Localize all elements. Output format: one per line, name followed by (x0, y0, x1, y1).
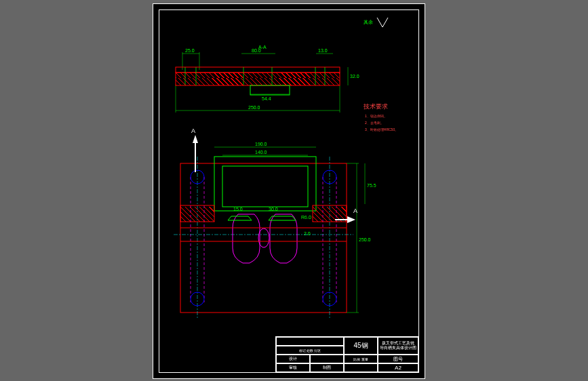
req-line2: 2、去毛刺。 (365, 121, 384, 125)
dim-190: 190.0 (255, 142, 267, 146)
hatch-bot (176, 78, 340, 85)
dim-30: 30.0 (269, 207, 278, 212)
hatch-top (176, 73, 340, 78)
dim-15: 15.0 (233, 207, 243, 212)
dim-25: 25.0 (185, 48, 195, 53)
roughness-symbol-icon (376, 16, 389, 30)
tb-draft: 制图 (310, 363, 344, 372)
cad-viewer: 其余 A-A (0, 0, 588, 381)
drawing-sheet: 其余 A-A (153, 3, 425, 379)
dim-13: 13.0 (318, 48, 328, 53)
dim-32: 32.0 (350, 74, 359, 79)
dim-75-5: 75.5 (367, 183, 376, 188)
section-marker-right-icon (335, 214, 355, 228)
section-marker-a-right: A (353, 207, 357, 214)
tb-scale-labels: 比例 重量 (353, 357, 368, 361)
plan-view: 190.0 140.0 15.0 30.0 R6.0 2.0 250.0 75.… (174, 136, 391, 326)
svg-rect-19 (180, 163, 347, 313)
tb-design: 设计 (276, 355, 310, 363)
section-view: 25.0 80.0 13.0 32.0 54.4 250.0 (170, 48, 387, 123)
hatch-left-block (180, 207, 214, 222)
dim-r6: R6.0 (301, 215, 311, 220)
tb-sheet-size: A2 (378, 363, 418, 372)
dim-54-4: 54.4 (262, 96, 271, 101)
tb-material: 45钢 (344, 337, 378, 355)
dim-140: 140.0 (255, 150, 267, 155)
dim-250-v: 250.0 (359, 237, 371, 242)
svg-marker-46 (347, 216, 355, 223)
svg-marker-44 (193, 135, 198, 143)
svg-rect-21 (222, 166, 308, 207)
tb-row-labels: 标记 处数 分区 (299, 348, 321, 353)
tb-drawing-no: 图号 (378, 355, 418, 363)
header-rough-label: 其余 (364, 19, 373, 26)
dim-250: 250.0 (248, 105, 260, 110)
section-marker-top-icon (189, 135, 202, 176)
section-marker-a-top: A (191, 127, 195, 134)
req-line3: 3、时效处理HRC50。 (365, 127, 398, 132)
tb-check: 审核 (276, 363, 310, 372)
dim-80: 80.0 (252, 48, 261, 53)
title-block: 标记 处数 分区 设计 审核 制图 45钢 比例 重量 拨叉带式工艺及铣 导向槽… (275, 336, 419, 373)
requirements-title: 技术要求 (364, 102, 388, 111)
dim-2: 2.0 (304, 231, 311, 236)
svg-rect-20 (214, 157, 316, 211)
svg-rect-18 (250, 85, 290, 95)
req-line1: 1、锐边倒钝。 (365, 114, 387, 118)
tb-drawing-name: 拨叉带式工艺及铣 导向槽夹具体设计图 (378, 337, 418, 355)
